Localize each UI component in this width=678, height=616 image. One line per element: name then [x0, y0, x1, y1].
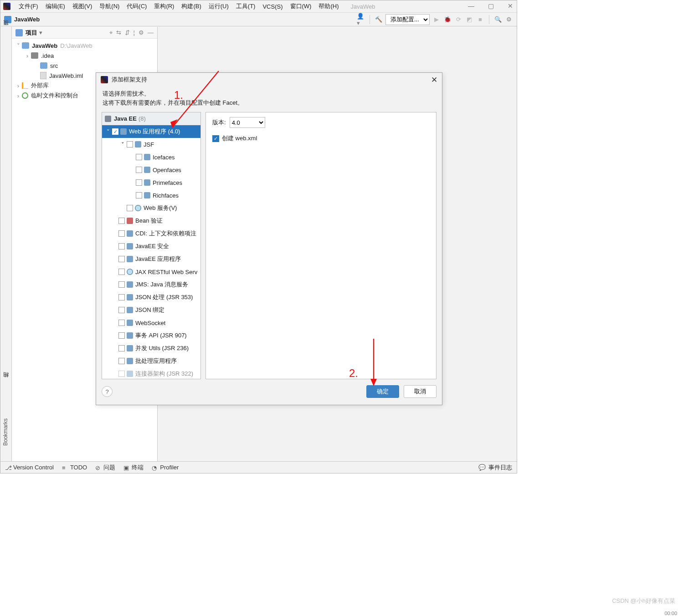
tree-idea[interactable]: › .idea — [14, 51, 155, 61]
menu-tools[interactable]: 工具(T) — [232, 2, 259, 10]
item-icefaces[interactable]: ·Icefaces — [102, 151, 200, 163]
status-todo[interactable]: ≡TODO — [62, 464, 87, 471]
menu-edit[interactable]: 编辑(E) — [42, 2, 69, 10]
project-panel-header: 项目 ▾ ⌖ ⇆ ⇵ ¦ ⚙ — — [12, 27, 157, 39]
create-webxml-label: 创建 web.xml — [222, 134, 257, 143]
user-icon[interactable]: 👤▾ — [357, 15, 365, 24]
collapse-icon[interactable]: ⇵ — [125, 29, 130, 36]
item-bean[interactable]: ·Bean 验证 — [102, 214, 200, 227]
titlebar-project: JavaWeb — [350, 3, 375, 10]
stop-icon[interactable]: ■ — [476, 15, 484, 24]
dialog-titlebar: 添加框架支持 ✕ — [96, 73, 442, 87]
breadcrumb-project[interactable]: JavaWeb — [14, 16, 40, 23]
status-vcs[interactable]: ⎇Version Control — [5, 464, 54, 471]
status-profiler[interactable]: ◔Profiler — [152, 464, 179, 471]
expand-icon[interactable]: ⇆ — [116, 29, 121, 36]
help-button[interactable]: ? — [102, 386, 113, 397]
window-controls: — ▢ ✕ — [468, 2, 513, 10]
close-icon[interactable]: ✕ — [508, 2, 513, 10]
item-websocket[interactable]: ·WebSocket — [102, 316, 200, 329]
item-txn[interactable]: ·事务 API (JSR 907) — [102, 329, 200, 342]
menu-help[interactable]: 帮助(H) — [315, 2, 342, 10]
item-cdi[interactable]: ·CDI: 上下文和依赖项注 — [102, 227, 200, 240]
svg-line-0 — [172, 71, 219, 127]
maximize-icon[interactable]: ▢ — [488, 2, 494, 10]
cancel-button[interactable]: 取消 — [404, 385, 437, 398]
item-concurrent[interactable]: ·并发 Utils (JSR 236) — [102, 342, 200, 355]
item-jax[interactable]: ·JAX RESTful Web Serv — [102, 265, 200, 278]
coverage-icon[interactable]: ⟳ — [454, 15, 462, 24]
version-select[interactable]: 4.0 — [230, 117, 265, 128]
framework-list[interactable]: Java EE(8) ˅ Web 应用程序 (4.0) ˅ JSF ·Icefa… — [102, 112, 201, 379]
tree-src[interactable]: › src — [14, 61, 155, 71]
run-config-select[interactable]: 添加配置... — [385, 14, 430, 25]
item-openfaces[interactable]: ·Openfaces — [102, 163, 200, 176]
item-connector[interactable]: ·连接器架构 (JSR 322) — [102, 367, 200, 379]
menu-window[interactable]: 窗口(W) — [287, 2, 315, 10]
menu-vcs[interactable]: VCS(S) — [259, 3, 286, 10]
status-terminal[interactable]: ▣终端 — [123, 463, 144, 472]
profiler-icon[interactable]: ◩ — [465, 15, 473, 24]
item-batch[interactable]: ·批处理应用程序 — [102, 355, 200, 367]
menu-code[interactable]: 代码(C) — [123, 2, 150, 10]
minimize-icon[interactable]: — — [468, 2, 474, 10]
gutter-bookmarks[interactable]: Bookmarks — [2, 418, 9, 446]
project-folder-icon — [4, 16, 11, 23]
menu-nav[interactable]: 导航(N) — [96, 2, 123, 10]
app-icon — [3, 3, 10, 10]
project-view-icon — [15, 29, 23, 36]
status-events-icon[interactable]: 💬 — [478, 464, 486, 471]
add-framework-dialog: 添加框架支持 ✕ 请选择所需技术。 这将下载所有需要的库，并在项目配置中创建 F… — [96, 72, 442, 405]
menu-bar: 文件(F) 编辑(E) 视图(V) 导航(N) 代码(C) 重构(R) 构建(B… — [0, 0, 517, 13]
item-primefaces[interactable]: ·Primefaces — [102, 176, 200, 189]
project-panel-title[interactable]: 项目 — [26, 29, 37, 37]
settings-icon[interactable]: ⚙ — [505, 15, 513, 24]
dialog-title: 添加框架支持 — [112, 76, 147, 84]
menu-run[interactable]: 运行(U) — [205, 2, 232, 10]
menu-build[interactable]: 构建(B) — [178, 2, 205, 10]
tree-root[interactable]: ˅ JavaWeb D:\JavaWeb — [14, 41, 155, 51]
search-icon[interactable]: 🔍 — [494, 15, 502, 24]
checkbox-icon[interactable] — [112, 128, 118, 135]
arrow-2-icon — [365, 337, 383, 392]
hide-icon[interactable]: — — [148, 29, 154, 36]
toolbar: JavaWeb 👤▾ 🔨 添加配置... ▶ 🐞 ⟳ ◩ ■ 🔍 ⚙ — [0, 13, 517, 26]
footer-time: 00:00 — [664, 611, 677, 616]
svg-marker-1 — [170, 119, 178, 127]
menu-file[interactable]: 文件(F) — [15, 2, 42, 10]
menu-refactor[interactable]: 重构(R) — [150, 2, 178, 10]
watermark: CSDN @小h好像有点菜 — [612, 597, 675, 605]
item-jms[interactable]: ·JMS: Java 消息服务 — [102, 278, 200, 291]
dialog-icon — [101, 76, 108, 83]
dialog-instructions: 请选择所需技术。 这将下载所有需要的库，并在项目配置中创建 Facet。 — [96, 87, 442, 107]
arrow-1-icon — [164, 68, 223, 137]
run-icon[interactable]: ▶ — [432, 15, 441, 24]
chevron-down-icon[interactable]: ▾ — [39, 29, 42, 36]
item-jsf[interactable]: ˅ JSF — [102, 138, 200, 151]
svg-marker-3 — [370, 379, 377, 386]
menu-view[interactable]: 视图(V) — [69, 2, 96, 10]
status-problems[interactable]: ⊘问题 — [95, 463, 115, 472]
left-gutter: 项目 结构 Bookmarks — [0, 27, 12, 461]
item-jsonb[interactable]: ·JSON 绑定 — [102, 304, 200, 316]
framework-options: 版本: 4.0 ✓ 创建 web.xml — [205, 112, 437, 379]
dialog-close-icon[interactable]: ✕ — [431, 75, 437, 85]
gear-icon[interactable]: ⚙ — [139, 29, 144, 36]
status-bar: ⎇Version Control ≡TODO ⊘问题 ▣终端 ◔Profiler… — [0, 461, 517, 473]
divider-icon: ¦ — [134, 29, 135, 36]
java-ee-icon — [105, 116, 111, 122]
item-jsonp[interactable]: ·JSON 处理 (JSR 353) — [102, 291, 200, 304]
item-javaee-app[interactable]: ·JavaEE 应用程序 — [102, 253, 200, 265]
target-icon[interactable]: ⌖ — [109, 29, 113, 36]
hammer-icon[interactable]: 🔨 — [375, 15, 383, 24]
item-javaee-sec[interactable]: ·JavaEE 安全 — [102, 240, 200, 253]
debug-icon[interactable]: 🐞 — [443, 15, 452, 24]
item-webservice[interactable]: ·Web 服务(V) — [102, 202, 200, 214]
item-richfaces[interactable]: ·Richfaces — [102, 189, 200, 202]
status-events[interactable]: 事件日志 — [488, 463, 512, 472]
